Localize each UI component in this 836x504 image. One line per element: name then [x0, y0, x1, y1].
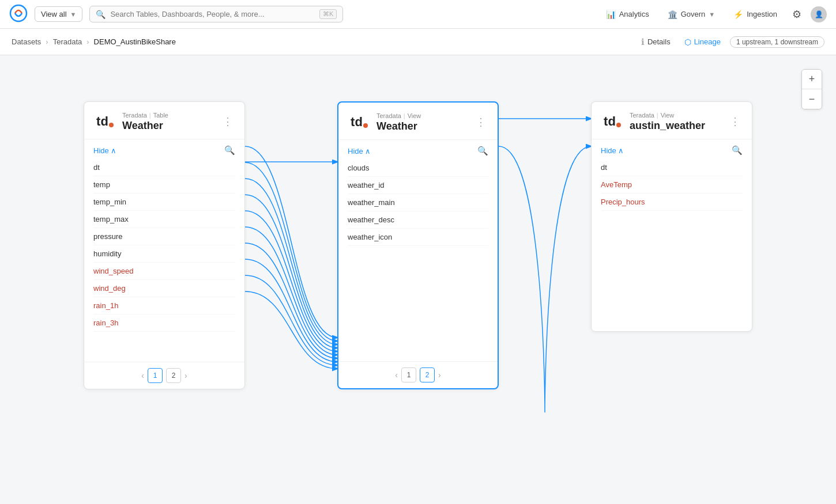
field-rain-1h: rain_1h [93, 297, 235, 314]
field-weather-id: weather_id [348, 177, 488, 194]
field-list: dt AveTemp Precip_hours [592, 159, 752, 211]
field-controls: Hide ∧ 🔍 [592, 139, 752, 159]
card-source: Teradata | Table [122, 112, 214, 119]
lineage-label: Lineage [694, 37, 721, 46]
td-dot [109, 123, 114, 127]
govern-nav-item[interactable]: 🏛️ Govern ▼ [662, 7, 721, 22]
analytics-icon: 📊 [606, 10, 616, 19]
breadcrumb-current: DEMO_AustinBikeShare [94, 37, 176, 46]
zoom-out-button[interactable]: − [802, 89, 822, 109]
breadcrumb-bar: Datasets › Teradata › DEMO_AustinBikeSha… [0, 29, 836, 55]
page-2-button[interactable]: 2 [420, 367, 435, 382]
details-button[interactable]: ℹ Details [637, 35, 675, 50]
card-header: td Teradata | View austin_weather ⋮ [592, 102, 752, 139]
govern-chevron-icon: ▼ [709, 11, 715, 18]
field-dt: dt [93, 159, 235, 176]
ingestion-icon: ⚡ [733, 10, 743, 19]
card-meta: Teradata | View austin_weather [630, 112, 722, 132]
card-title: Weather [376, 120, 468, 132]
page-1-button[interactable]: 1 [148, 368, 163, 383]
field-avetemp: AveTemp [601, 176, 743, 194]
card-pagination: ‹ 1 2 › [84, 362, 244, 389]
lineage-button[interactable]: ⬡ Lineage [680, 35, 725, 49]
card-menu-icon[interactable]: ⋮ [473, 113, 488, 131]
hide-button[interactable]: Hide ∧ [601, 146, 624, 155]
source-sep: | [404, 112, 405, 119]
zoom-controls: + − [801, 69, 822, 109]
next-page-button[interactable]: › [184, 371, 187, 380]
top-navigation: View all ▼ 🔍 ⌘K 📊 Analytics 🏛️ Govern ▼ … [0, 0, 836, 29]
breadcrumb-sep-1: › [46, 37, 48, 46]
field-controls: Hide ∧ 🔍 [338, 140, 498, 160]
card-body: Hide ∧ 🔍 dt AveTemp Precip_hours [592, 139, 752, 331]
field-dt: dt [601, 159, 743, 176]
page-1-button[interactable]: 1 [401, 367, 416, 382]
page-2-button[interactable]: 2 [166, 368, 181, 383]
hide-button[interactable]: Hide ∧ [93, 146, 116, 155]
card-meta: Teradata | Table Weather [122, 112, 214, 132]
avatar[interactable]: 👤 [811, 6, 827, 22]
avatar-icon: 👤 [815, 10, 823, 18]
view-all-button[interactable]: View all ▼ [35, 6, 82, 22]
lineage-card-weather-view: td Teradata | View Weather ⋮ Hide ∧ 🔍 [337, 101, 499, 389]
lineage-badge: 1 upstream, 1 downstream [730, 36, 824, 48]
field-temp-max: temp_max [93, 211, 235, 228]
next-page-button[interactable]: › [438, 370, 441, 380]
field-pressure: pressure [93, 228, 235, 245]
field-search-icon[interactable]: 🔍 [477, 146, 488, 156]
card-title: Weather [122, 120, 214, 132]
td-text: td [604, 115, 616, 128]
field-weather-main: weather_main [348, 194, 488, 211]
logo [9, 4, 28, 24]
lineage-card-weather-table: td Teradata | Table Weather ⋮ Hide ∧ 🔍 [84, 101, 245, 389]
teradata-logo: td [601, 110, 624, 133]
card-menu-icon[interactable]: ⋮ [728, 113, 743, 130]
field-search-icon[interactable]: 🔍 [224, 145, 235, 156]
prev-page-button[interactable]: ‹ [395, 370, 398, 380]
card-meta: Teradata | View Weather [376, 112, 468, 132]
lineage-canvas: + − td Teradata | Table Weather ⋮ [0, 55, 836, 504]
td-dot [616, 123, 621, 127]
field-list: dt temp temp_min temp_max pressure humid… [84, 159, 244, 332]
field-list: clouds weather_id weather_main weather_d… [338, 160, 498, 246]
search-input[interactable] [110, 10, 315, 18]
source-label: Teradata [122, 112, 147, 119]
source-sep: | [657, 112, 658, 119]
source-sep: | [149, 112, 151, 119]
search-kbd: ⌘K [319, 9, 337, 19]
settings-icon[interactable]: ⚙ [790, 6, 804, 23]
govern-icon: 🏛️ [668, 10, 677, 19]
field-weather-icon: weather_icon [348, 229, 488, 246]
card-source: Teradata | View [376, 112, 468, 119]
field-precip-hours: Precip_hours [601, 194, 743, 211]
type-label: View [408, 112, 421, 119]
type-label: Table [153, 112, 168, 119]
card-title: austin_weather [630, 120, 722, 132]
ingestion-label: Ingestion [747, 10, 777, 18]
field-temp: temp [93, 176, 235, 194]
lineage-icon: ⬡ [684, 37, 691, 47]
source-label: Teradata [376, 112, 401, 119]
teradata-logo: td [93, 110, 116, 133]
ingestion-nav-item[interactable]: ⚡ Ingestion [728, 7, 783, 22]
field-humidity: humidity [93, 245, 235, 263]
breadcrumb-teradata[interactable]: Teradata [53, 37, 82, 46]
zoom-in-button[interactable]: + [802, 70, 822, 89]
field-temp-min: temp_min [93, 194, 235, 211]
svg-point-0 [10, 5, 27, 21]
prev-page-button[interactable]: ‹ [141, 371, 144, 380]
search-bar: 🔍 ⌘K [89, 6, 343, 22]
breadcrumb-datasets[interactable]: Datasets [12, 37, 41, 46]
breadcrumb-sep-2: › [86, 37, 89, 46]
field-search-icon[interactable]: 🔍 [732, 145, 743, 156]
analytics-nav-item[interactable]: 📊 Analytics [600, 7, 655, 22]
search-icon: 🔍 [96, 10, 106, 19]
card-body: Hide ∧ 🔍 clouds weather_id weather_main … [338, 140, 498, 361]
card-menu-icon[interactable]: ⋮ [220, 113, 235, 130]
teradata-logo: td [348, 111, 371, 134]
card-source: Teradata | View [630, 112, 722, 119]
field-wind-speed: wind_speed [93, 263, 235, 280]
field-controls: Hide ∧ 🔍 [84, 139, 244, 159]
hide-button[interactable]: Hide ∧ [348, 147, 371, 156]
td-text: td [351, 116, 363, 128]
